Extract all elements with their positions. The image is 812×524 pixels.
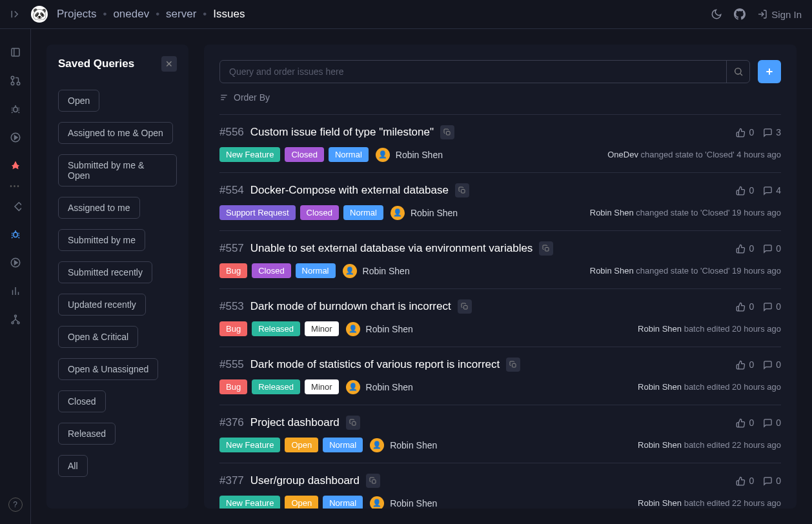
issue-title[interactable]: User/group dashboard — [250, 474, 360, 487]
issue-title[interactable]: Dark mode of statistics of various repor… — [250, 358, 500, 371]
sidebar-toggle-icon[interactable] — [10, 8, 22, 20]
issue-tag-open[interactable]: Open — [285, 438, 318, 452]
issue-tag-open[interactable]: Open — [285, 496, 318, 509]
comment-count[interactable]: 0 — [763, 476, 781, 486]
issue-tag-closed[interactable]: Closed — [252, 263, 290, 278]
copy-icon[interactable] — [366, 474, 380, 488]
avatar[interactable]: 👤 — [343, 264, 357, 278]
vote-count[interactable]: 0 — [736, 185, 754, 196]
issue-title[interactable]: Dark mode of burndown chart is incorrect — [250, 300, 451, 313]
issue-tag-support-request[interactable]: Support Request — [219, 205, 296, 220]
copy-icon[interactable] — [539, 241, 553, 256]
rail-bug-icon[interactable] — [0, 96, 30, 122]
comment-count[interactable]: 0 — [763, 243, 781, 254]
github-icon[interactable] — [734, 8, 746, 20]
rail-pull-requests-icon[interactable] — [0, 68, 30, 94]
order-by-button[interactable]: Order By — [219, 92, 781, 103]
sign-in-button[interactable]: Sign In — [757, 9, 802, 20]
issue-title[interactable]: Unable to set external database via envi… — [250, 242, 533, 255]
issue-tag-minor[interactable]: Minor — [305, 379, 339, 394]
vote-count[interactable]: 0 — [736, 418, 754, 428]
activity-actor[interactable]: Robin Shen — [638, 498, 682, 508]
rail-issues-active-icon[interactable] — [0, 221, 30, 247]
comment-count[interactable]: 0 — [763, 418, 781, 428]
rail-builds-icon[interactable] — [0, 125, 30, 150]
saved-query-item[interactable]: Submitted recently — [58, 261, 152, 283]
rail-stats-icon[interactable] — [0, 278, 30, 304]
activity-actor[interactable]: Robin Shen — [638, 440, 682, 450]
saved-query-item[interactable]: Open — [58, 90, 99, 112]
copy-icon[interactable] — [506, 358, 520, 372]
issue-user[interactable]: Robin Shen — [366, 382, 413, 392]
issue-tag-closed[interactable]: Closed — [285, 147, 323, 162]
vote-count[interactable]: 0 — [736, 476, 754, 486]
saved-query-item[interactable]: Open & Unassigned — [58, 358, 158, 380]
avatar[interactable]: 👤 — [370, 496, 384, 509]
avatar[interactable]: 👤 — [346, 380, 360, 394]
add-issue-button[interactable] — [758, 60, 781, 83]
issue-user[interactable]: Robin Shen — [366, 324, 413, 334]
activity-actor[interactable]: Robin Shen — [638, 382, 682, 392]
copy-icon[interactable] — [440, 125, 454, 139]
breadcrumb-item[interactable]: Issues — [213, 8, 245, 21]
issue-user[interactable]: Robin Shen — [390, 498, 437, 509]
activity-actor[interactable]: Robin Shen — [590, 208, 634, 217]
issue-user[interactable]: Robin Shen — [390, 440, 437, 450]
issue-title[interactable]: Project dashboard — [250, 416, 340, 429]
comment-count[interactable]: 0 — [763, 301, 781, 312]
issue-tag-released[interactable]: Released — [252, 379, 300, 394]
rail-hierarchy-icon[interactable] — [0, 307, 30, 332]
avatar[interactable]: 👤 — [370, 438, 384, 452]
comment-count[interactable]: 4 — [763, 185, 781, 196]
activity-actor[interactable]: Robin Shen — [590, 266, 634, 276]
close-icon[interactable]: ✕ — [161, 56, 177, 72]
copy-icon[interactable] — [458, 299, 472, 314]
search-button[interactable] — [726, 61, 749, 83]
rail-diamond-icon[interactable] — [0, 193, 30, 219]
issue-tag-bug[interactable]: Bug — [219, 263, 247, 278]
issue-tag-new-feature[interactable]: New Feature — [219, 147, 280, 162]
issue-title[interactable]: Custom issue field of type "milestone" — [250, 126, 434, 139]
saved-query-item[interactable]: All — [58, 455, 88, 477]
issue-tag-released[interactable]: Released — [252, 321, 300, 336]
saved-query-item[interactable]: Assigned to me — [58, 197, 140, 219]
issue-tag-normal[interactable]: Normal — [329, 147, 369, 162]
activity-actor[interactable]: Robin Shen — [638, 324, 682, 334]
issue-tag-bug[interactable]: Bug — [219, 379, 247, 394]
rail-play-icon[interactable] — [0, 250, 30, 276]
vote-count[interactable]: 0 — [736, 359, 754, 370]
issue-tag-new-feature[interactable]: New Feature — [219, 496, 280, 509]
vote-count[interactable]: 0 — [736, 127, 754, 137]
issue-tag-bug[interactable]: Bug — [219, 321, 247, 336]
issue-user[interactable]: Robin Shen — [411, 208, 458, 218]
issue-tag-closed[interactable]: Closed — [300, 205, 339, 220]
theme-toggle-icon[interactable] — [711, 8, 722, 20]
rail-rocket-icon[interactable] — [0, 153, 30, 179]
saved-query-item[interactable]: Released — [58, 423, 116, 445]
issue-tag-minor[interactable]: Minor — [305, 321, 339, 336]
comment-count[interactable]: 0 — [763, 359, 781, 370]
saved-query-item[interactable]: Open & Critical — [58, 326, 138, 348]
copy-icon[interactable] — [455, 183, 469, 197]
issue-tag-new-feature[interactable]: New Feature — [219, 438, 280, 452]
rail-files-icon[interactable] — [0, 39, 30, 65]
saved-query-item[interactable]: Closed — [58, 390, 106, 412]
issue-user[interactable]: Robin Shen — [396, 150, 443, 160]
saved-query-item[interactable]: Updated recently — [58, 294, 146, 316]
avatar[interactable]: 👤 — [391, 206, 405, 220]
copy-icon[interactable] — [346, 416, 360, 430]
activity-actor[interactable]: OneDev — [607, 150, 638, 159]
saved-query-item[interactable]: Submitted by me — [58, 229, 145, 251]
help-icon[interactable]: ? — [0, 493, 30, 516]
breadcrumb-item[interactable]: server — [166, 8, 196, 21]
comment-count[interactable]: 3 — [763, 127, 781, 137]
issue-user[interactable]: Robin Shen — [363, 266, 410, 276]
issue-title[interactable]: Docker-Compose with external database — [250, 184, 449, 197]
saved-query-item[interactable]: Assigned to me & Open — [58, 122, 173, 144]
issue-tag-normal[interactable]: Normal — [323, 496, 363, 509]
breadcrumb-item[interactable]: Projects — [57, 8, 96, 21]
app-logo[interactable]: 🐼 — [31, 6, 48, 23]
issue-tag-normal[interactable]: Normal — [343, 205, 383, 220]
issue-tag-normal[interactable]: Normal — [296, 263, 336, 278]
avatar[interactable]: 👤 — [376, 148, 390, 162]
